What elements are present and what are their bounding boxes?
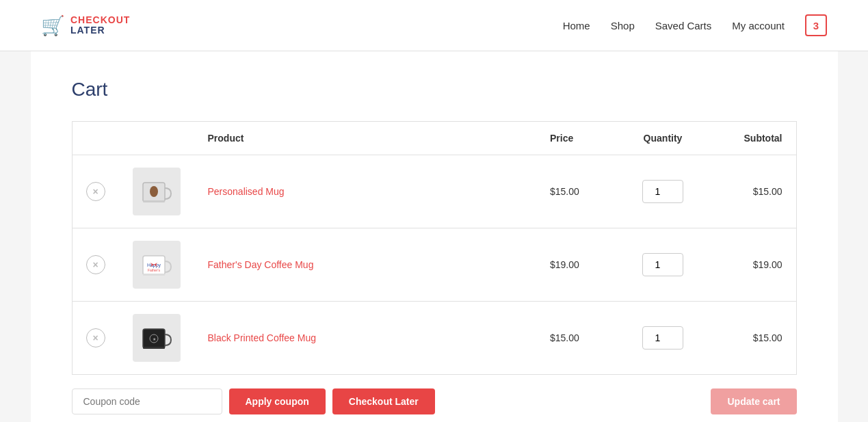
qty-input[interactable] <box>642 326 683 350</box>
qty-input[interactable] <box>642 180 683 203</box>
logo[interactable]: 🛒 CHECKOUT LATER <box>41 14 130 37</box>
checkout-later-button[interactable]: Checkout Later <box>332 388 435 414</box>
product-image: ★ <box>133 314 181 362</box>
page-title: Cart <box>72 79 797 101</box>
nav-home[interactable]: Home <box>563 20 590 31</box>
product-name[interactable]: Black Printed Coffee Mug <box>208 332 317 343</box>
remove-button[interactable]: × <box>86 328 105 347</box>
product-image: Happy Father's <box>133 241 181 289</box>
col-remove-header <box>72 122 119 155</box>
cart-table: Product Price Quantity Subtotal × Person… <box>72 121 797 375</box>
cart-count: 3 <box>813 20 819 31</box>
table-row: × ★ Black Printed Coffee Mug $15.00 $15.… <box>72 302 796 375</box>
cart-footer: Apply coupon Checkout Later Update cart <box>72 375 797 414</box>
product-price: $19.00 <box>536 228 618 302</box>
table-row: × Happy Father's Father's Day Coffee Mug… <box>72 228 796 302</box>
update-cart-button[interactable]: Update cart <box>711 388 796 414</box>
coupon-input[interactable] <box>72 388 222 414</box>
product-subtotal: $15.00 <box>707 302 796 375</box>
cart-icon: 🛒 <box>41 14 65 37</box>
svg-rect-4 <box>143 274 165 276</box>
product-price: $15.00 <box>536 155 618 228</box>
col-subtotal-header: Subtotal <box>707 122 796 155</box>
product-price: $15.00 <box>536 302 618 375</box>
apply-coupon-button[interactable]: Apply coupon <box>229 388 326 414</box>
table-row: × Personalised Mug $15.00 $15.00 <box>72 155 796 228</box>
logo-later: LATER <box>70 25 130 36</box>
product-subtotal: $19.00 <box>707 228 796 302</box>
svg-text:★: ★ <box>152 337 155 341</box>
cart-badge[interactable]: 3 <box>805 14 827 36</box>
col-product-header: Product <box>194 122 537 155</box>
svg-text:Father's: Father's <box>148 268 160 272</box>
logo-text: CHECKOUT LATER <box>70 15 130 36</box>
logo-checkout: CHECKOUT <box>70 15 130 25</box>
product-image <box>133 168 181 215</box>
remove-button[interactable]: × <box>86 182 105 201</box>
col-image-header <box>119 122 194 155</box>
qty-input[interactable] <box>642 253 683 276</box>
nav-shop[interactable]: Shop <box>611 20 635 31</box>
svg-rect-10 <box>143 347 165 349</box>
header: 🛒 CHECKOUT LATER Home Shop Saved Carts M… <box>0 0 868 51</box>
table-header-row: Product Price Quantity Subtotal <box>72 122 796 155</box>
svg-text:Happy: Happy <box>146 263 161 268</box>
main-content: Cart Product Price Quantity Subtotal × <box>31 51 838 422</box>
product-name[interactable]: Father's Day Coffee Mug <box>208 259 314 270</box>
col-qty-header: Quantity <box>618 122 707 155</box>
nav-saved-carts[interactable]: Saved Carts <box>655 20 712 31</box>
nav-my-account[interactable]: My account <box>732 20 785 31</box>
remove-button[interactable]: × <box>86 255 105 274</box>
navigation: Home Shop Saved Carts My account 3 <box>563 14 827 36</box>
col-price-header: Price <box>536 122 618 155</box>
svg-rect-1 <box>143 200 165 202</box>
product-name[interactable]: Personalised Mug <box>208 186 285 197</box>
product-subtotal: $15.00 <box>707 155 796 228</box>
svg-point-2 <box>150 186 158 197</box>
